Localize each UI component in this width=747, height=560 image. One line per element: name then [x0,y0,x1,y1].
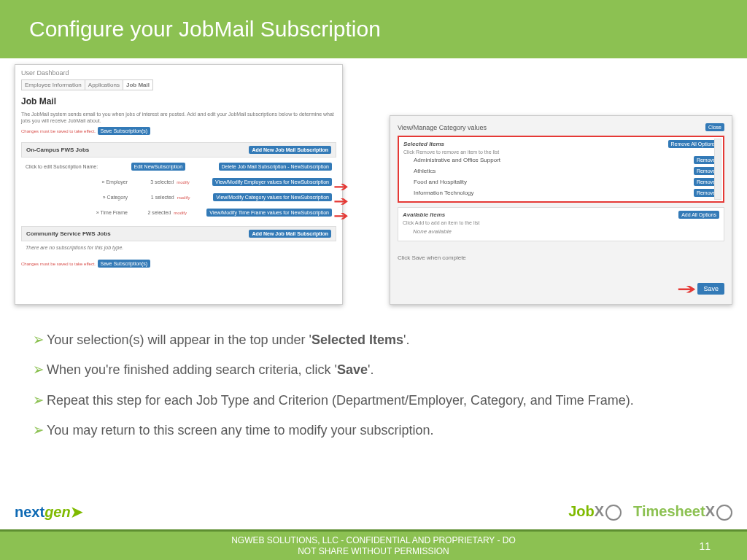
page-number: 11 [699,540,711,552]
selected-items-heading: Selected Items [403,141,444,147]
clock-icon [716,505,732,521]
item-label: Information Technology [414,190,474,196]
selected-items-box: Selected Items Remove All Options Click … [398,136,724,203]
remove-all-button[interactable]: Remove All Options [668,140,719,148]
criterion-label: » Time Frame [26,210,128,215]
view-modify-category-button[interactable]: View/Modify Category values for NewSubsc… [213,193,332,201]
jobmail-dashboard-screenshot: User Dashboard Employee InformationAppli… [15,64,343,305]
criterion-count: 1 selected [151,195,174,200]
bullet-item: ➢Repeat this step for each Job Type and … [33,392,714,409]
add-all-button[interactable]: Add All Options [678,211,719,219]
breadcrumb: User Dashboard [21,69,336,77]
no-subscriptions-text: There are no subscriptions for this job … [21,241,336,254]
nextgen-logo: nextgen➤ [15,503,83,521]
criterion-count: 3 selected [150,179,174,184]
popup-title: View/Manage Category values [398,124,487,131]
save-subscriptions-button[interactable]: Save Subscription(s) [98,260,151,268]
arrow-icon: ➔ [677,280,697,298]
slide-title-bar: Configure your JobMail Subscription [0,0,747,58]
criterion-label: » Employer [26,179,128,184]
delete-subscription-button[interactable]: Delete Job Mail Subscription - NewSubscr… [219,163,332,171]
unsaved-warning: Changes must be saved to take effect. [21,129,96,133]
job-type-header-oncampus: On-Campus FWS Jobs Add New Job Mail Subs… [21,142,336,158]
arrow-icon: ➔ [333,193,349,209]
modify-link[interactable]: modify [177,180,190,184]
tab-applications[interactable]: Applications [85,79,123,90]
edit-subscription-button[interactable]: Edit NewSubscription [131,163,186,171]
chevron-right-icon: ➢ [33,390,44,411]
footer-text: NGWEB SOLUTIONS, LLC - CONFIDENTIAL AND … [228,535,519,556]
subscription-edit-row: Click to edit Subscription Name: Edit Ne… [21,160,336,173]
available-items-box: Available Items Add All Options Click Ad… [398,207,724,241]
bullet-item: ➢Your selection(s) will appear in the to… [33,332,714,349]
unsaved-warning: Changes must be saved to take effect. [21,262,96,266]
screenshot-area: User Dashboard Employee InformationAppli… [0,58,747,317]
intro-text: The JobMail system sends email to you wh… [21,111,336,124]
chevron-right-icon: ➢ [33,360,44,381]
category-popup-screenshot: View/Manage Category values Close Select… [390,115,732,305]
bullet-item: ➢When you're finished adding search crit… [33,362,714,378]
clock-icon [605,505,622,521]
callout-arrows: ➔ ➔ ➔ [336,179,357,222]
criterion-row-employer: » Employer 3 selectedmodify View/Modify … [21,176,336,188]
modify-link[interactable]: modify [177,195,190,200]
save-hint: Click Save when complete [398,254,724,261]
slide-footer: NGWEB SOLUTIONS, LLC - CONFIDENTIAL AND … [0,529,747,560]
job-type-label: On-Campus FWS Jobs [26,147,89,153]
close-button[interactable]: Close [705,123,724,131]
chevron-right-icon: ➢ [33,421,44,441]
item-label: Athletics [414,168,436,174]
tab-bar: Employee InformationApplicationsJob Mail [21,79,336,90]
criterion-label: » Category [26,195,128,200]
item-label: Administrative and Office Support [414,157,500,163]
job-type-label: Community Service FWS Jobs [26,230,111,237]
edit-name-label: Click to edit Subscription Name: [26,164,98,169]
criterion-count: 2 selected [147,210,171,215]
add-subscription-button[interactable]: Add New Job Mail Subscription [249,146,331,154]
view-modify-timeframe-button[interactable]: View/Modify Time Frame values for NewSub… [206,209,332,217]
available-items-hint: Click Add to add an item to the list [403,220,719,225]
list-item: AthleticsRemove [403,166,719,176]
criterion-row-timeframe: » Time Frame 2 selectedmodify View/Modif… [21,206,336,219]
slide-title: Configure your JobMail Subscription [29,17,381,42]
criterion-row-category: » Category 1 selectedmodify View/Modify … [21,191,336,203]
arrow-icon: ➔ [333,208,349,224]
chevron-right-icon: ➢ [33,330,44,351]
list-item: Administrative and Office SupportRemove [403,155,719,166]
scrollbar[interactable] [714,139,721,200]
modify-link[interactable]: modify [174,211,187,215]
list-item: Information TechnologyRemove [403,187,719,198]
available-items-heading: Available Items [403,211,445,218]
jobx-logo: JobX [568,503,622,521]
save-button[interactable]: Save [697,283,724,295]
job-type-header-community: Community Service FWS Jobs Add New Job M… [21,226,336,241]
list-item: Food and HospitalityRemove [403,176,719,187]
arrow-icon: ➔ [333,179,349,195]
item-label: Food and Hospitality [414,179,467,185]
save-subscriptions-button[interactable]: Save Subscription(s) [98,127,151,135]
none-available-text: None available [403,225,719,238]
timesheetx-logo: TimesheetX [633,503,732,521]
tab-employee-info[interactable]: Employee Information [21,79,85,90]
view-modify-employer-button[interactable]: View/Modify Employer values for NewSubsc… [212,178,332,186]
logo-row: nextgen➤ JobX TimesheetX [0,497,747,526]
add-subscription-button[interactable]: Add New Job Mail Subscription [249,230,331,238]
bullet-item: ➢You may return to this screen any time … [33,422,714,439]
selected-items-hint: Click Remove to remove an item to the li… [403,149,719,155]
bullet-list: ➢Your selection(s) will appear in the to… [0,317,747,440]
page-title: Job Mail [21,96,336,106]
tab-job-mail[interactable]: Job Mail [123,79,153,90]
